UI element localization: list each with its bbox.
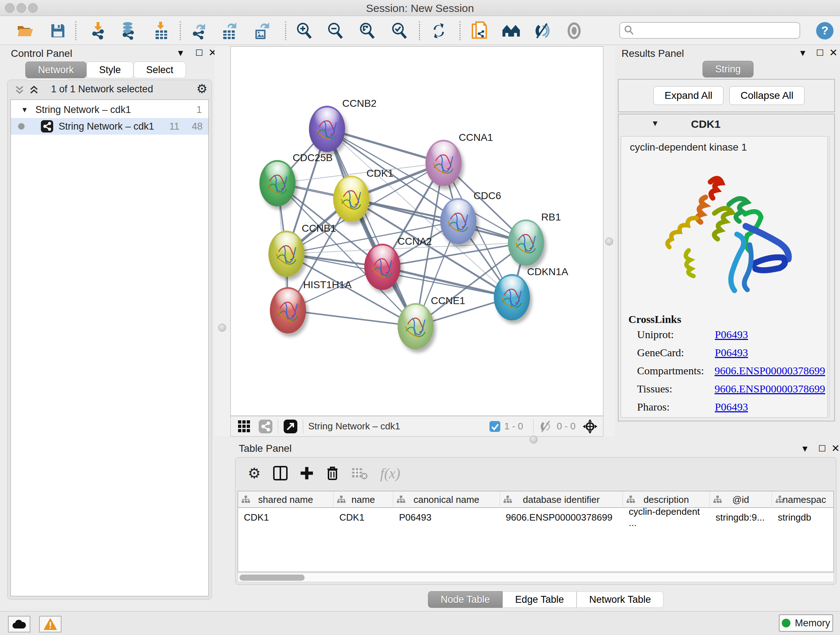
crosslink-value-link[interactable]: P06493 [715, 328, 748, 340]
search-box[interactable] [619, 22, 800, 39]
save-session-button[interactable] [46, 21, 70, 41]
open-session-button[interactable] [13, 21, 38, 41]
tab-style[interactable]: Style [87, 62, 134, 78]
table-cell[interactable]: 9606.ENSP00000378699 [506, 510, 622, 524]
zoom-in-button[interactable] [292, 21, 316, 41]
table-cell[interactable]: stringdb:9... [715, 510, 771, 524]
tab-network[interactable]: Network [25, 62, 87, 78]
panel-menu-icon[interactable]: ▾ [802, 442, 807, 455]
delete-column-icon[interactable] [326, 466, 339, 481]
zoom-fit-button[interactable] [355, 21, 379, 41]
toggle-gray-button[interactable] [562, 21, 586, 41]
table-horizontal-scrollbar[interactable] [238, 573, 834, 582]
table-cell[interactable]: P06493 [399, 510, 499, 524]
network-edge[interactable] [382, 267, 512, 297]
network-row-selected[interactable]: String Network – cdk1 11 48 [11, 118, 208, 135]
tab-edge-table[interactable]: Edge Table [502, 591, 576, 608]
memory-button[interactable]: Memory [779, 614, 833, 632]
import-network-database-button[interactable] [116, 21, 141, 41]
column-header-name[interactable]: name [333, 491, 393, 508]
collapse-all-button[interactable]: Collapse All [729, 86, 805, 105]
network-snapshot-button[interactable] [467, 21, 492, 41]
export-image-button[interactable] [249, 21, 274, 41]
crosslink-value-link[interactable]: P06493 [715, 347, 748, 359]
cloud-status-button[interactable] [8, 616, 30, 632]
splitter-handle[interactable] [605, 238, 613, 245]
network-node-ccna2[interactable] [364, 244, 401, 290]
network-node-ccne1[interactable] [398, 303, 434, 349]
network-node-cdc25b[interactable] [259, 160, 295, 206]
grid-view-icon[interactable] [237, 420, 251, 433]
network-node-cdkn1a[interactable] [494, 274, 530, 320]
splitter-right[interactable] [604, 46, 615, 437]
refresh-button[interactable] [426, 21, 451, 41]
table-cell[interactable]: stringdb [778, 510, 834, 524]
detach-view-icon[interactable] [283, 419, 298, 434]
gear-icon[interactable]: ⚙ [248, 465, 261, 481]
panel-float-icon[interactable]: ☐ [816, 46, 824, 59]
panel-close-icon[interactable]: ✕ [831, 442, 840, 455]
node-table[interactable]: shared namenamecanonical namedatabase id… [238, 491, 834, 572]
column-header-namespac[interactable]: namespac [772, 491, 834, 508]
table-cell[interactable]: cyclin-dependent ... [629, 510, 708, 524]
network-node-rb1[interactable] [508, 219, 544, 266]
panel-menu-icon[interactable]: ▾ [800, 46, 805, 59]
crosslink-value-link[interactable]: 9606.ENSP00000378699 [714, 383, 825, 395]
network-canvas[interactable]: CCNB2CCNA1CDC25BCDK1CDC6RB1CCNB1CCNA2CDK… [231, 46, 603, 416]
column-header-shared-name[interactable]: shared name [238, 491, 333, 508]
birdseye-crosshair-icon[interactable] [582, 418, 598, 434]
splitter-handle-horizontal[interactable] [530, 435, 538, 443]
network-edge[interactable] [288, 310, 416, 326]
panel-menu-icon[interactable]: ▾ [178, 46, 183, 59]
hide-selected-button[interactable] [530, 21, 554, 41]
results-scrollbar[interactable] [829, 136, 834, 418]
zoom-selected-button[interactable] [387, 21, 411, 41]
tab-node-table[interactable]: Node Table [428, 591, 502, 608]
scrollbar-thumb[interactable] [240, 575, 305, 581]
network-node-ccnb1[interactable] [268, 231, 305, 277]
zoom-out-button[interactable] [323, 21, 347, 41]
first-neighbors-button[interactable] [499, 21, 523, 41]
column-header--id[interactable]: @id [710, 491, 772, 508]
column-header-description[interactable]: description [623, 491, 710, 508]
table-cell[interactable]: CDK1 [339, 510, 392, 524]
panel-float-icon[interactable]: ☐ [818, 442, 826, 455]
panel-close-icon[interactable]: ✕ [829, 46, 837, 59]
splitter-left[interactable] [215, 46, 230, 437]
section-expander-icon[interactable]: ▼ [651, 119, 659, 128]
table-cell[interactable]: CDK1 [244, 510, 332, 524]
network-node-cdk1[interactable] [333, 176, 369, 222]
import-network-file-button[interactable] [86, 21, 111, 41]
network-collection-row[interactable]: ▼ String Network – cdk1 1 [11, 101, 208, 118]
search-input[interactable] [638, 25, 799, 36]
collapse-all-icon[interactable] [14, 84, 25, 95]
crosslink-value-link[interactable]: 9606.ENSP00000378699 [714, 364, 825, 377]
export-network-button[interactable] [186, 21, 211, 41]
network-node-hist1h1a[interactable] [270, 287, 306, 333]
splitter-handle[interactable] [218, 324, 226, 332]
tab-network-table[interactable]: Network Table [576, 591, 664, 608]
expand-all-icon[interactable] [28, 84, 39, 95]
function-builder-icon[interactable]: f(x) [380, 465, 401, 482]
import-table-file-button[interactable] [149, 21, 174, 41]
warnings-button[interactable] [39, 616, 62, 632]
network-edge[interactable] [327, 129, 416, 326]
column-header-database-identifier[interactable]: database identifier [500, 491, 623, 508]
crosslink-value-link[interactable]: P06493 [715, 401, 748, 413]
network-node-ccna1[interactable] [425, 140, 462, 186]
export-table-button[interactable] [218, 21, 242, 41]
string-view-icon[interactable] [258, 419, 273, 434]
delete-table-icon[interactable] [351, 467, 368, 480]
network-node-cdc6[interactable] [440, 198, 477, 244]
add-column-icon[interactable] [300, 466, 314, 480]
expand-all-button[interactable]: Expand All [653, 86, 723, 105]
panel-float-icon[interactable]: ☐ [195, 46, 203, 59]
tab-select[interactable]: Select [134, 62, 186, 78]
tab-string[interactable]: String [703, 61, 753, 78]
help-button[interactable]: ? [813, 21, 837, 41]
gear-icon[interactable]: ⚙ [196, 81, 207, 96]
column-header-canonical-name[interactable]: canonical name [393, 491, 500, 508]
network-node-ccnb2[interactable] [309, 106, 345, 152]
tree-expander-icon[interactable]: ▼ [21, 106, 28, 114]
columns-icon[interactable] [273, 466, 287, 480]
